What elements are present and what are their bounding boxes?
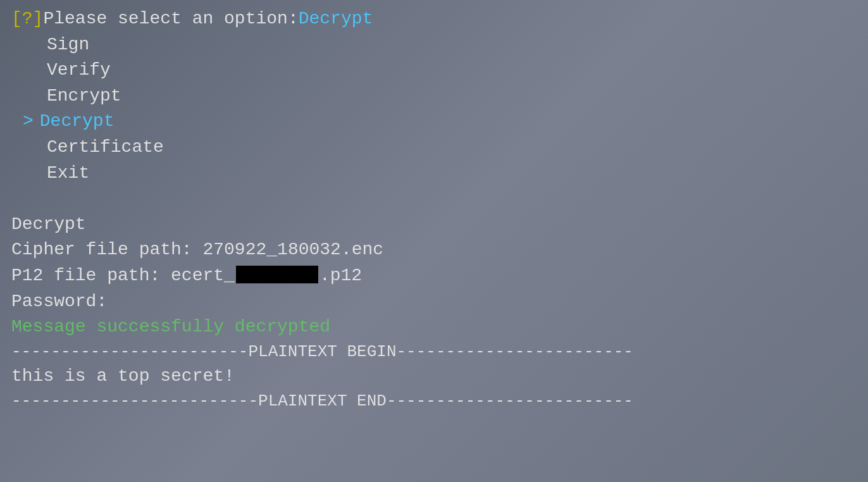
menu-item-decrypt-selected[interactable]: > Decrypt — [11, 109, 857, 135]
output-action: Decrypt — [11, 212, 857, 238]
prompt-text: Please select an option: — [43, 6, 298, 32]
p12-prefix: ecert_ — [171, 266, 235, 285]
menu-item-encrypt[interactable]: Encrypt — [11, 83, 857, 109]
prompt-line: [?] Please select an option: Decrypt — [11, 6, 857, 32]
p12-file-line: P12 file path: ecert_ .p12 — [11, 263, 857, 289]
plaintext-content: this is a top secret! — [11, 364, 857, 390]
password-label: Password: — [11, 292, 107, 311]
plaintext-begin-divider: ------------------------PLAINTEXT BEGIN-… — [11, 340, 857, 364]
bracket-question: [?] — [11, 6, 43, 32]
plaintext-end-divider: -------------------------PLAINTEXT END--… — [11, 390, 857, 414]
p12-suffix: .p12 — [319, 266, 362, 285]
cipher-value: 270922_180032.enc — [202, 240, 383, 259]
selection-arrow: > — [11, 109, 40, 135]
password-line: Password: — [11, 289, 857, 315]
menu-item-certificate[interactable]: Certificate — [11, 135, 857, 161]
p12-label: P12 file path: — [11, 266, 171, 285]
p12-redacted — [236, 266, 318, 283]
success-message: Message successfully decrypted — [11, 314, 857, 340]
cipher-label: Cipher file path: — [11, 240, 202, 259]
menu-item-verify[interactable]: Verify — [11, 58, 857, 83]
menu-item-sign[interactable]: Sign — [11, 32, 857, 58]
menu-item-exit[interactable]: Exit — [11, 161, 857, 187]
prompt-selected-value: Decrypt — [299, 6, 373, 32]
blank-spacer — [11, 186, 857, 212]
selected-item-label: Decrypt — [40, 109, 115, 135]
cipher-file-line: Cipher file path: 270922_180032.enc — [11, 237, 857, 263]
